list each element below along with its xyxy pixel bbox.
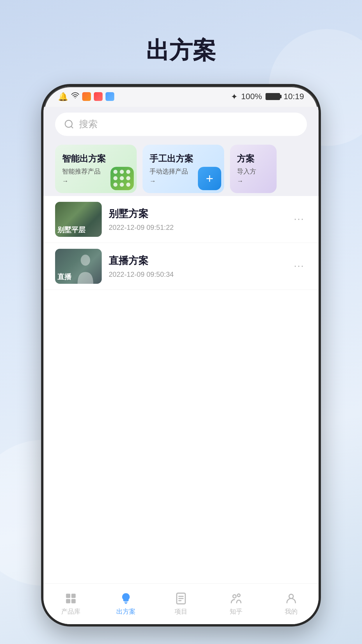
list-area: 别墅平层 别墅方案 2022-12-09 09:51:22 ⋯ 直播 [43, 196, 319, 583]
nav-label-zhihu: 知乎 [230, 607, 242, 616]
phone-content: 搜索 智能出方案 智能推荐产品 → 手工出方案 [43, 107, 319, 624]
status-bar: 🔔 ✦ 100% 10:19 [43, 86, 319, 107]
thumb-label-live: 直播 [57, 272, 71, 281]
app-icon1 [82, 92, 91, 101]
nav-item-projects[interactable]: 项目 [154, 592, 209, 616]
search-placeholder: 搜索 [79, 118, 98, 131]
time-display: 10:19 [284, 92, 304, 101]
list-name-live: 直播方案 [109, 254, 284, 267]
list-name-villa: 别墅方案 [109, 207, 284, 220]
svg-point-14 [289, 594, 293, 598]
nav-item-solutions[interactable]: 出方案 [99, 592, 154, 616]
bottom-nav: 产品库 出方案 项目 [43, 583, 319, 624]
list-info-live: 直播方案 2022-12-09 09:50:34 [109, 254, 284, 279]
doc-icon [175, 592, 187, 605]
svg-rect-7 [125, 603, 127, 604]
card-import-subtitle: 导入方 [237, 167, 270, 176]
grid-icon [64, 592, 77, 605]
svg-point-13 [237, 594, 240, 596]
thumb-label-villa: 别墅平层 [57, 225, 85, 235]
card-import-title: 方案 [237, 153, 270, 165]
list-info-villa: 别墅方案 2022-12-09 09:51:22 [109, 207, 284, 232]
list-item[interactable]: 别墅平层 别墅方案 2022-12-09 09:51:22 ⋯ [43, 196, 319, 243]
nav-item-zhihu[interactable]: 知乎 [208, 592, 263, 616]
battery-icon [266, 93, 280, 100]
nav-item-products[interactable]: 产品库 [43, 592, 99, 616]
svg-rect-2 [66, 594, 71, 598]
card-smart-icon [110, 167, 134, 190]
card-import[interactable]: 方案 导入方 → [230, 145, 277, 193]
nav-label-mine: 我的 [285, 607, 298, 616]
card-smart[interactable]: 智能出方案 智能推荐产品 → [55, 145, 137, 193]
page-title: 出方案 [146, 35, 216, 66]
battery-percent: 100% [241, 92, 262, 101]
svg-point-0 [65, 120, 72, 127]
card-manual[interactable]: 手工出方案 手动选择产品 → + [143, 145, 224, 193]
app-icon3 [106, 92, 114, 101]
person-silhouette [69, 252, 102, 284]
card-manual-title: 手工出方案 [150, 153, 217, 165]
nav-item-mine[interactable]: 我的 [263, 592, 319, 616]
svg-point-12 [233, 595, 236, 598]
status-left-icons: 🔔 [58, 92, 114, 102]
list-thumb-villa: 别墅平层 [55, 202, 102, 237]
nav-label-products: 产品库 [61, 607, 80, 616]
nav-label-solutions: 出方案 [116, 607, 136, 616]
app-icon2 [94, 92, 103, 101]
card-import-arrow: → [237, 177, 270, 185]
people-share-icon [230, 592, 242, 605]
list-more-villa[interactable]: ⋯ [291, 210, 307, 228]
card-manual-icon: + [198, 167, 221, 190]
svg-rect-3 [71, 594, 76, 598]
nav-label-projects: 项目 [175, 607, 187, 616]
list-thumb-live: 直播 [55, 249, 102, 284]
svg-rect-5 [71, 599, 76, 603]
search-bar[interactable]: 搜索 [55, 113, 307, 136]
person-icon [285, 592, 298, 605]
svg-rect-4 [66, 599, 71, 603]
card-smart-title: 智能出方案 [62, 153, 130, 165]
cards-row: 智能出方案 智能推荐产品 → 手工出方案 手动选择产品 → + [43, 142, 319, 196]
search-bar-wrap: 搜索 [43, 107, 319, 142]
phone-frame: 🔔 ✦ 100% 10:19 搜索 [41, 84, 321, 626]
wifi-icon [71, 92, 79, 102]
list-item[interactable]: 直播 直播方案 2022-12-09 09:50:34 ⋯ [43, 243, 319, 290]
list-more-live[interactable]: ⋯ [291, 257, 307, 275]
svg-point-1 [81, 255, 90, 266]
svg-rect-6 [124, 602, 128, 603]
search-icon [64, 119, 74, 130]
bulb-icon [120, 592, 132, 605]
list-date-villa: 2022-12-09 09:51:22 [109, 223, 284, 232]
list-date-live: 2022-12-09 09:50:34 [109, 270, 284, 279]
status-right: ✦ 100% 10:19 [231, 92, 304, 102]
notification-icon: 🔔 [58, 92, 68, 102]
bluetooth-icon: ✦ [231, 92, 238, 102]
dots-grid [113, 170, 131, 187]
